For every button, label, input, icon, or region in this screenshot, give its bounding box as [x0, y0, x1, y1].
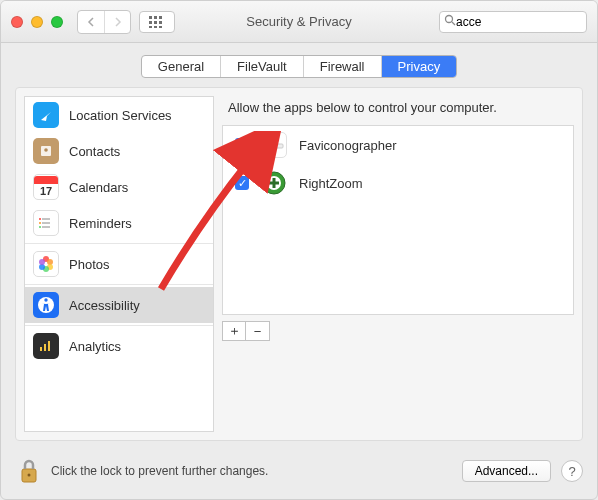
close-icon[interactable] [11, 16, 23, 28]
app-icon [261, 170, 287, 196]
svg-point-39 [28, 474, 31, 477]
sidebar-label: Reminders [69, 216, 132, 231]
svg-rect-33 [273, 145, 275, 147]
location-icon [33, 102, 59, 128]
footer: Click the lock to prevent further change… [15, 451, 583, 491]
tab-general[interactable]: General [142, 56, 221, 77]
svg-rect-2 [159, 16, 162, 19]
sidebar-label: Contacts [69, 144, 120, 159]
sidebar-label: Calendars [69, 180, 128, 195]
photos-icon [33, 251, 59, 277]
sidebar-label: Location Services [69, 108, 172, 123]
sidebar-item-calendars[interactable]: 17 Calendars [25, 169, 213, 205]
search-input[interactable] [456, 15, 598, 29]
search-icon [444, 14, 456, 29]
app-row[interactable]: ✓ Faviconographer [223, 126, 573, 164]
sidebar-label: Analytics [69, 339, 121, 354]
lock-text: Click the lock to prevent further change… [51, 464, 268, 478]
separator [25, 243, 213, 244]
svg-point-18 [39, 226, 41, 228]
remove-button[interactable]: − [246, 321, 270, 341]
window-controls [11, 16, 63, 28]
svg-rect-4 [154, 21, 157, 24]
sidebar-item-photos[interactable]: Photos [25, 246, 213, 282]
privacy-sidebar: Location Services Contacts 17 Calendars … [24, 96, 214, 432]
sidebar-item-contacts[interactable]: Contacts [25, 133, 213, 169]
app-row[interactable]: ✓ RightZoom [223, 164, 573, 202]
svg-rect-7 [154, 26, 157, 28]
svg-rect-28 [44, 344, 46, 351]
add-button[interactable]: ＋ [222, 321, 246, 341]
svg-point-16 [39, 218, 41, 220]
svg-line-10 [452, 22, 455, 25]
svg-point-26 [44, 298, 47, 301]
tab-filevault[interactable]: FileVault [221, 56, 304, 77]
sidebar-label: Accessibility [69, 298, 140, 313]
svg-point-17 [39, 222, 41, 224]
svg-rect-27 [40, 347, 42, 351]
svg-rect-0 [149, 16, 152, 19]
minimize-icon[interactable] [31, 16, 43, 28]
checkbox-icon[interactable]: ✓ [235, 176, 249, 190]
app-list: ✓ Faviconographer ✓ RightZoom [222, 125, 574, 315]
forward-button[interactable] [104, 11, 130, 33]
svg-point-24 [39, 259, 45, 265]
svg-rect-37 [269, 182, 279, 185]
content-pane: Location Services Contacts 17 Calendars … [15, 87, 583, 441]
svg-rect-8 [159, 26, 162, 28]
accessibility-icon [33, 292, 59, 318]
app-label: RightZoom [299, 176, 363, 191]
svg-rect-1 [154, 16, 157, 19]
sidebar-item-location[interactable]: Location Services [25, 97, 213, 133]
search-field[interactable]: × [439, 11, 587, 33]
prefs-window: Security & Privacy × General FileVault F… [0, 0, 598, 500]
tab-firewall[interactable]: Firewall [304, 56, 382, 77]
nav-back-forward [77, 10, 131, 34]
lock-icon[interactable] [15, 457, 43, 485]
svg-rect-6 [149, 26, 152, 28]
main-pane: Allow the apps below to control your com… [222, 96, 574, 432]
tabs: General FileVault Firewall Privacy [1, 55, 597, 78]
separator [25, 284, 213, 285]
advanced-button[interactable]: Advanced... [462, 460, 551, 482]
sidebar-item-accessibility[interactable]: Accessibility [25, 287, 213, 323]
zoom-icon[interactable] [51, 16, 63, 28]
svg-rect-5 [159, 21, 162, 24]
svg-point-9 [446, 16, 453, 23]
svg-rect-32 [270, 145, 272, 147]
svg-point-12 [44, 148, 48, 152]
sidebar-label: Photos [69, 257, 109, 272]
reminders-icon [33, 210, 59, 236]
help-button[interactable]: ? [561, 460, 583, 482]
svg-rect-3 [149, 21, 152, 24]
tab-privacy[interactable]: Privacy [382, 56, 457, 77]
app-label: Faviconographer [299, 138, 397, 153]
app-icon [261, 132, 287, 158]
separator [25, 325, 213, 326]
svg-rect-29 [48, 341, 50, 351]
add-remove: ＋ − [222, 321, 574, 341]
back-button[interactable] [78, 11, 104, 33]
calendar-icon: 17 [33, 174, 59, 200]
contacts-icon [33, 138, 59, 164]
svg-rect-31 [267, 145, 269, 147]
sidebar-item-reminders[interactable]: Reminders [25, 205, 213, 241]
show-all-button[interactable] [139, 11, 175, 33]
helper-text: Allow the apps below to control your com… [222, 96, 574, 125]
analytics-icon [33, 333, 59, 359]
sidebar-item-analytics[interactable]: Analytics [25, 328, 213, 364]
checkbox-icon[interactable]: ✓ [235, 138, 249, 152]
titlebar: Security & Privacy × [1, 1, 597, 43]
